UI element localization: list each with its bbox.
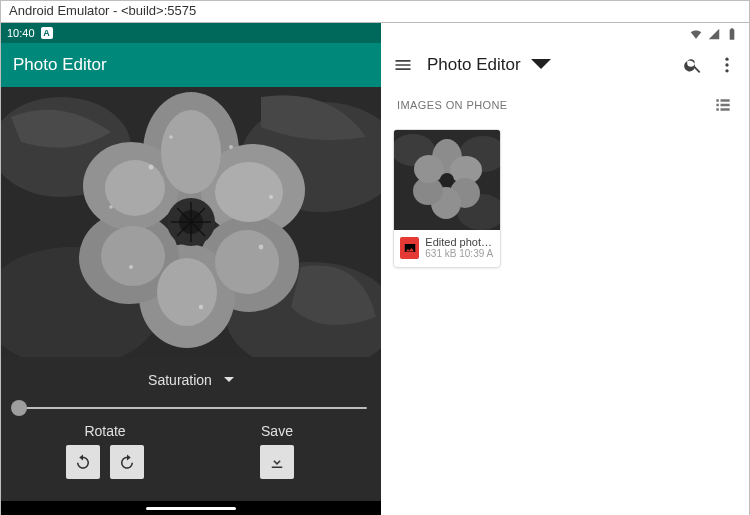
signal-icon [707, 27, 721, 41]
android-statusbar: 10:40 A [1, 23, 381, 43]
image-grid: Edited photo.j… 631 kB 10:39 AM [381, 121, 749, 276]
image-thumbnail [394, 130, 500, 230]
slider-wrap [15, 393, 367, 423]
svg-point-37 [725, 69, 728, 72]
overflow-icon[interactable] [717, 55, 737, 75]
window-title: Android Emulator - <build>:5575 [9, 3, 196, 18]
browser-title: Photo Editor [427, 55, 521, 75]
android-navbar[interactable] [1, 501, 381, 515]
file-subtitle: 631 kB 10:39 AM [425, 248, 494, 259]
image-file-icon [400, 237, 419, 259]
browser-topbar: Photo Editor [381, 45, 749, 85]
svg-point-28 [229, 145, 233, 149]
svg-point-32 [109, 205, 113, 209]
list-view-icon[interactable] [713, 95, 733, 115]
rotate-cw-icon [118, 453, 136, 471]
chevron-down-icon [224, 375, 234, 385]
slider-thumb[interactable] [11, 400, 27, 416]
svg-point-15 [101, 226, 165, 286]
chevron-down-icon [531, 55, 551, 75]
svg-point-48 [440, 173, 454, 187]
svg-point-36 [725, 63, 728, 66]
rotate-label: Rotate [84, 423, 125, 439]
save-button[interactable] [260, 445, 294, 479]
download-icon [268, 453, 286, 471]
svg-point-27 [149, 165, 154, 170]
saturation-slider[interactable] [15, 407, 367, 409]
svg-point-33 [269, 195, 273, 199]
debug-icon: A [41, 27, 53, 39]
right-statusbar [381, 23, 749, 45]
file-name: Edited photo.j… [425, 236, 494, 248]
file-browser-pane: Photo Editor IMAGES ON PHONE [381, 23, 749, 515]
nav-home-pill[interactable] [146, 507, 236, 510]
svg-point-13 [215, 230, 279, 294]
svg-point-11 [161, 110, 221, 194]
battery-icon [725, 27, 739, 41]
svg-point-14 [157, 258, 217, 326]
app-bar: Photo Editor [1, 43, 381, 87]
emulator-pane: 10:40 A Photo Editor [1, 23, 381, 515]
rotate-ccw-button[interactable] [66, 445, 100, 479]
filter-dropdown[interactable]: Saturation [15, 367, 367, 393]
section-label: IMAGES ON PHONE [397, 99, 508, 111]
svg-point-30 [129, 265, 133, 269]
status-time: 10:40 [7, 27, 35, 39]
hamburger-icon[interactable] [393, 55, 413, 75]
section-header: IMAGES ON PHONE [381, 85, 749, 121]
search-icon[interactable] [683, 55, 703, 75]
window-titlebar: Android Emulator - <build>:5575 [1, 1, 749, 23]
wifi-icon [689, 27, 703, 41]
svg-point-16 [105, 160, 165, 216]
rotate-cw-button[interactable] [110, 445, 144, 479]
appbar-title: Photo Editor [13, 55, 107, 75]
dropdown-label: Saturation [148, 372, 212, 388]
svg-point-12 [215, 162, 283, 222]
svg-point-47 [414, 155, 444, 183]
svg-point-31 [199, 305, 203, 309]
image-card[interactable]: Edited photo.j… 631 kB 10:39 AM [393, 129, 501, 268]
controls-panel: Saturation Rotate [1, 357, 381, 501]
photo-canvas[interactable] [1, 87, 381, 357]
rotate-ccw-icon [74, 453, 92, 471]
svg-point-34 [169, 135, 173, 139]
rotate-group: Rotate [19, 423, 191, 479]
browser-title-dropdown[interactable]: Photo Editor [427, 55, 551, 75]
svg-point-29 [259, 245, 264, 250]
save-group: Save [191, 423, 363, 479]
save-label: Save [261, 423, 293, 439]
svg-point-35 [725, 58, 728, 61]
